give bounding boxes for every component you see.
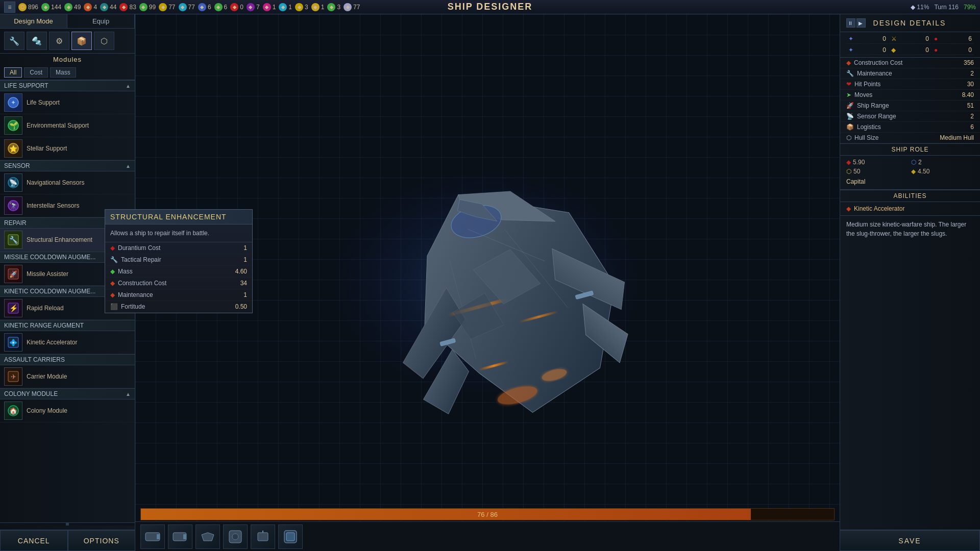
ship-range-value: 51 bbox=[967, 102, 974, 109]
r9-icon: ◆ bbox=[198, 3, 206, 11]
left-bottom-bar: Cancel Options bbox=[0, 530, 135, 551]
role-stat-1-icon: ◆ bbox=[846, 159, 851, 166]
right-panel-title: Design Details bbox=[873, 19, 946, 27]
durantium-icon: ◆ bbox=[110, 244, 115, 252]
r3-icon: ◆ bbox=[84, 3, 92, 11]
module-life-support[interactable]: ✦ Life Support bbox=[0, 91, 135, 114]
equip-slot-5[interactable] bbox=[278, 524, 303, 549]
section-repair-label: Repair bbox=[4, 219, 27, 227]
module-carrier-module[interactable]: ✈ Carrier Module bbox=[0, 365, 135, 388]
equip-slot-1[interactable] bbox=[168, 524, 192, 549]
save-button[interactable]: Save bbox=[840, 530, 980, 551]
influence-stat: ◆ 11% bbox=[911, 4, 929, 11]
icon-btn-1[interactable]: 🔩 bbox=[27, 32, 47, 50]
cancel-button[interactable]: Cancel bbox=[0, 530, 68, 551]
ship-role-name: Capital bbox=[846, 177, 974, 186]
svg-text:🔧: 🔧 bbox=[9, 236, 18, 244]
icon-btn-2[interactable]: ⚙ bbox=[49, 32, 69, 50]
svg-text:✦: ✦ bbox=[11, 99, 16, 106]
svg-point-49 bbox=[232, 534, 238, 540]
resource-credits: ⬡ 896 bbox=[18, 3, 38, 11]
equip-slot-2[interactable] bbox=[195, 524, 220, 549]
r12-value: 7 bbox=[256, 4, 260, 11]
section-sensor[interactable]: Sensor ▲ bbox=[0, 160, 135, 171]
tooltip-stat-durantium: ◆ Durantium Cost 1 bbox=[105, 242, 252, 254]
section-missile-cooldown-label: Missile Cooldown Augme... bbox=[4, 254, 95, 261]
hp-top-icon: ● bbox=[934, 35, 938, 42]
r17-icon: ◆ bbox=[327, 3, 335, 11]
equip-slot-0[interactable] bbox=[140, 524, 165, 549]
role-stat-1: ◆ 5.90 bbox=[846, 159, 909, 166]
module-colony-module[interactable]: 🏠 Colony Module bbox=[0, 399, 135, 422]
red-icon: ● bbox=[934, 46, 938, 54]
equip-slot-3[interactable] bbox=[223, 524, 248, 549]
module-stellar-support[interactable]: ⭐ Stellar Support bbox=[0, 137, 135, 160]
section-kinetic-range[interactable]: Kinetic Range Augment bbox=[0, 320, 135, 331]
logistics-value: 6 bbox=[970, 123, 974, 131]
tab-design-mode[interactable]: Design Mode bbox=[0, 14, 67, 28]
mass-bar-background: 76 / 86 bbox=[140, 508, 835, 520]
interstellar-sensors-icon: 🔭 bbox=[4, 196, 22, 215]
interstellar-sensors-name: Interstellar Sensors bbox=[27, 202, 79, 209]
maintenance-label-text: Maintenance bbox=[118, 291, 153, 298]
ability-icon: ◆ bbox=[846, 205, 851, 212]
icon-btn-4[interactable]: ⬡ bbox=[94, 32, 114, 50]
section-assault-carriers[interactable]: Assault Carriers bbox=[0, 354, 135, 365]
r16-value: 1 bbox=[321, 4, 325, 11]
module-kinetic-accelerator[interactable]: 💠 Kinetic Accelerator bbox=[0, 331, 135, 354]
gold-value: 0 bbox=[925, 46, 929, 54]
hull-size-value: Medium Hull bbox=[940, 134, 974, 141]
filter-mass[interactable]: Mass bbox=[50, 67, 76, 78]
options-button[interactable]: Options bbox=[68, 530, 136, 551]
tooltip-fortitude-label: ⬛ Fortitude bbox=[110, 303, 145, 310]
icon-btn-0[interactable]: 🔧 bbox=[4, 32, 24, 50]
menu-icon[interactable]: ≡ bbox=[4, 2, 15, 13]
r11-value: 0 bbox=[240, 4, 243, 11]
filter-all[interactable]: All bbox=[4, 67, 22, 78]
module-env-support[interactable]: 🌱 Environmental Support bbox=[0, 114, 135, 137]
abilities-title: Abilities bbox=[840, 190, 980, 202]
equip-slot-4[interactable] bbox=[251, 524, 275, 549]
section-colony-module[interactable]: Colony Module ▲ bbox=[0, 388, 135, 399]
maintenance-icon: ◆ bbox=[110, 291, 115, 298]
filter-cost[interactable]: Cost bbox=[24, 67, 48, 78]
abilities-list: ◆ Kinetic Accelerator bbox=[840, 202, 980, 216]
section-life-support-label: Life Support bbox=[4, 82, 48, 89]
icon-btn-3[interactable]: 📦 bbox=[71, 32, 92, 50]
section-assault-carriers-label: Assault Carriers bbox=[4, 356, 65, 363]
tooltip-stat-fortitude: ⬛ Fortitude 0.50 bbox=[105, 301, 252, 313]
svg-text:🌱: 🌱 bbox=[9, 121, 18, 130]
section-life-support[interactable]: Life Support ▲ bbox=[0, 80, 135, 91]
pause-controls: ⏸ ▶ bbox=[846, 18, 866, 28]
r4-icon: ◆ bbox=[100, 3, 108, 11]
ship-range-icon: 🚀 bbox=[846, 102, 854, 109]
construction-cost-label: ◆ Construction Cost bbox=[846, 59, 902, 66]
sensor-range-value: 2 bbox=[970, 113, 974, 120]
stellar-support-icon: ⭐ bbox=[4, 139, 22, 158]
stat-maintenance-right: 🔧 Maintenance 2 bbox=[840, 68, 980, 79]
r7-icon: ◆ bbox=[159, 3, 167, 11]
resource-r13: ◆ 1 bbox=[263, 3, 276, 11]
r16-icon: ◆ bbox=[311, 3, 320, 11]
hit-points-label: ❤ Hit Points bbox=[846, 81, 880, 88]
construction-value: 34 bbox=[240, 280, 247, 287]
r17-value: 3 bbox=[337, 4, 340, 11]
red-value: 0 bbox=[968, 46, 972, 54]
module-nav-sensors[interactable]: 📡 Navigational Sensors bbox=[0, 171, 135, 194]
colony-module-icon: 🏠 bbox=[4, 402, 22, 420]
tooltip-description: Allows a ship to repair itself in battle… bbox=[105, 224, 252, 242]
attack-value: 0 bbox=[925, 35, 929, 42]
resource-r3: ◆ 4 bbox=[84, 3, 97, 11]
rapid-reload-icon: ⚡ bbox=[4, 299, 22, 317]
resource-r18: ◆ 77 bbox=[344, 3, 360, 11]
play-button[interactable]: ▶ bbox=[856, 18, 866, 28]
shield-icon: ✦ bbox=[848, 35, 853, 42]
tab-equip[interactable]: Equip bbox=[67, 14, 135, 28]
ability-name: Kinetic Accelerator bbox=[854, 205, 904, 212]
tactical-value: 1 bbox=[243, 256, 247, 263]
shield-value: 0 bbox=[883, 35, 886, 42]
r13-value: 1 bbox=[273, 4, 276, 11]
fortitude-value: 0.50 bbox=[235, 303, 247, 310]
design-details-header: ⏸ ▶ Design Details bbox=[840, 14, 980, 32]
pause-button[interactable]: ⏸ bbox=[846, 18, 855, 28]
